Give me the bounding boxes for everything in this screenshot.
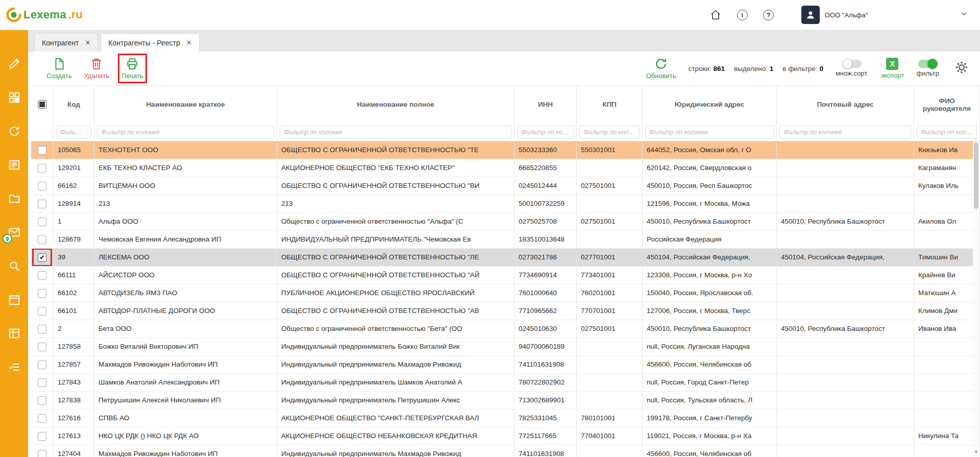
filter-input-code[interactable] [56, 126, 91, 139]
table-row[interactable]: ✔39ЛЕКСЕМА ООООБЩЕСТВО С ОГРАНИЧЕННОЙ ОТ… [31, 249, 980, 267]
row-checkbox[interactable] [38, 271, 46, 280]
cell-legal_address: 450104, Российская Федерация, [643, 249, 777, 266]
table-row[interactable]: 2Бета ООООбщество с ограниченной ответст… [31, 320, 980, 338]
chevron-down-icon[interactable] [960, 9, 969, 20]
row-checkbox[interactable] [38, 378, 46, 387]
row-checkbox[interactable] [38, 307, 46, 316]
row-checkbox[interactable] [38, 182, 46, 190]
tab-kontragenty-reestr[interactable]: Контрагенты - Реестр ✕ [101, 33, 199, 52]
table-row[interactable]: 66102АВТОДИЗЕЛЬ ЯМЗ ПАОПУБЛИЧНОЕ АКЦИОНЕ… [31, 284, 980, 302]
column-header-head_fio[interactable]: ФИО руководителя [914, 86, 980, 123]
tab-kontragent[interactable]: Контрагент ✕ [34, 33, 98, 52]
multisort-toggle[interactable]: множ.сорт. [836, 60, 868, 77]
column-header-kpp[interactable]: КПП [577, 86, 643, 123]
help-icon[interactable]: ? [763, 10, 774, 20]
tab-close-icon[interactable]: ✕ [186, 39, 192, 46]
table-row[interactable]: 66111АЙСИСТОР ООООБЩЕСТВО С ОГРАНИЧЕННОЙ… [31, 267, 980, 284]
cell-head_fio [914, 195, 980, 212]
delete-button[interactable]: Удалить [84, 57, 109, 80]
row-checkbox[interactable] [38, 432, 46, 441]
cell-kpp: 027501001 [577, 177, 643, 195]
scrollbar-down-arrow[interactable]: ▼ [973, 448, 979, 456]
row-select-cell [31, 141, 54, 159]
filter-input-full_name[interactable] [280, 126, 511, 139]
table-row[interactable]: 66162ВИТЦЕМАН ООООБЩЕСТВО С ОГРАНИЧЕННОЙ… [31, 177, 980, 195]
sidebar-item-mail[interactable]: 9 [7, 225, 21, 239]
filter-input-kpp[interactable] [579, 126, 640, 139]
row-checkbox[interactable] [38, 200, 46, 208]
column-header-short_name[interactable]: Наименование краткое [94, 86, 277, 123]
info-icon[interactable]: i [737, 10, 748, 20]
row-checkbox[interactable] [38, 235, 46, 244]
sidebar-item-registry[interactable] [7, 158, 21, 172]
home-icon[interactable] [709, 9, 722, 21]
row-checkbox[interactable] [38, 343, 46, 351]
vertical-scrollbar[interactable]: ▼ [973, 141, 979, 456]
filter-input-legal_address[interactable] [645, 126, 774, 139]
table-row[interactable]: 127616СПВБ АОАКЦИОНЕРНОЕ ОБЩЕСТВО "САНКТ… [31, 410, 980, 427]
row-checkbox[interactable] [38, 450, 46, 457]
row-checkbox[interactable] [38, 146, 46, 155]
table-row[interactable]: 128914213213500100732259121596, Россия, … [31, 195, 980, 213]
multisort-toggle-pill[interactable] [843, 60, 862, 68]
row-checkbox[interactable] [38, 164, 46, 173]
filter-input-head_fio[interactable] [917, 126, 977, 139]
scrollbar-thumb[interactable] [974, 142, 978, 209]
cell-kpp: 780101001 [577, 410, 643, 427]
sidebar-item-calendar[interactable] [7, 293, 21, 307]
sidebar-item-edit[interactable] [7, 57, 21, 71]
filter-toggle[interactable]: фильтр [917, 60, 939, 77]
table-row[interactable]: 129201ЕКБ ТЕХНО КЛАСТЕР АОАКЦИОНЕРНОЕ ОБ… [31, 159, 980, 177]
table-row[interactable]: 1Альфа ООООбщество с ограниченной ответс… [31, 213, 980, 231]
sidebar-item-sync[interactable] [7, 124, 21, 138]
cell-inn: 7601000640 [514, 284, 577, 302]
table-row[interactable]: 128679Чемовская Евгения Алесандровна ИПИ… [31, 231, 980, 249]
column-header-full_name[interactable]: Наименование полное [277, 86, 514, 123]
table-row[interactable]: 127858Божко Виталий Викторович ИПИндивид… [31, 338, 980, 356]
column-header-legal_address[interactable]: Юридический адрес [643, 86, 777, 123]
refresh-button[interactable]: Обновить [646, 57, 676, 80]
filter-input-postal_address[interactable] [779, 126, 911, 139]
table-row[interactable]: 127857Махмадов Ривожидин Наботович ИПИнд… [31, 356, 980, 374]
cell-head_fio: Кулаков Иль [914, 177, 980, 195]
table-row[interactable]: 66101АВТОДОР-ПЛАТНЫЕ ДОРОГИ ООООБЩЕСТВО … [31, 302, 980, 320]
row-checkbox[interactable] [38, 325, 46, 333]
settings-gear-icon[interactable] [954, 60, 969, 77]
select-all-checkbox[interactable] [38, 100, 46, 109]
print-button[interactable]: Печать [121, 57, 143, 80]
tab-close-icon[interactable]: ✕ [85, 39, 90, 46]
cell-short_name: ВИТЦЕМАН ООО [94, 177, 277, 195]
filter-toggle-pill[interactable] [918, 60, 937, 68]
cell-short_name: Бета ООО [94, 320, 277, 338]
table-row[interactable]: 127838Петрушишин Алексей Николаевич ИПИн… [31, 392, 980, 410]
delete-button-label: Удалить [84, 72, 109, 80]
export-button[interactable]: X экспорт [880, 58, 904, 79]
table-row[interactable]: 127404Махмадов Ривожидин Наботович ИПИнд… [31, 445, 980, 457]
table-row[interactable]: 127843Шамков Анатолий Александрович ИПИн… [31, 374, 980, 392]
create-button[interactable]: Создать [46, 57, 71, 80]
row-checkbox[interactable] [38, 360, 46, 369]
table-row[interactable]: 105065ТЕХНОТЕНТ ООООБЩЕСТВО С ОГРАНИЧЕНН… [31, 141, 980, 159]
filter-input-short_name[interactable] [97, 126, 274, 139]
column-header-postal_address[interactable]: Почтовый адрес [777, 86, 914, 123]
column-header-inn[interactable]: ИНН [514, 86, 577, 123]
sidebar-item-modules[interactable] [7, 90, 21, 105]
cell-inn: 0245010630 [514, 320, 577, 338]
sidebar-item-folder[interactable] [7, 191, 21, 206]
cell-head_fio: Климов Дми [914, 302, 980, 320]
sidebar-item-tables[interactable] [7, 326, 21, 341]
sidebar-item-search[interactable] [7, 259, 21, 273]
table-row[interactable]: 127613НКО ЦК РДК () НКО ЦК РДК АОАКЦИОНЕ… [31, 427, 980, 445]
user-menu[interactable]: ООО "Альфа" [801, 6, 868, 24]
sidebar-item-tasks[interactable] [7, 360, 21, 374]
logo[interactable]: Lexema.ru [6, 7, 83, 22]
row-checkbox[interactable] [38, 218, 46, 226]
filter-input-inn[interactable] [517, 126, 574, 139]
row-checkbox[interactable] [38, 414, 46, 423]
row-checkbox[interactable] [38, 289, 46, 298]
row-checkbox[interactable] [38, 396, 46, 405]
column-header-code[interactable]: Код [54, 86, 94, 123]
row-checkbox[interactable]: ✔ [38, 253, 46, 262]
folder-icon [8, 192, 21, 205]
cell-full_name: АКЦИОНЕРНОЕ ОБЩЕСТВО "ЕКБ ТЕХНО КЛАСТЕР" [277, 159, 514, 177]
